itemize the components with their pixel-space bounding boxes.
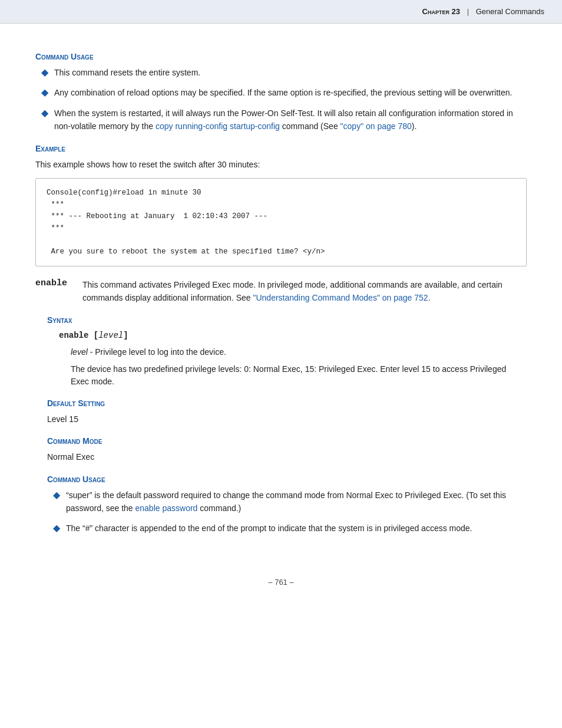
page-number: – 761 – <box>268 578 293 587</box>
copy-page-link[interactable]: "copy" on page 780 <box>340 121 412 131</box>
bullet-text: This command resets the entire system. <box>54 66 200 79</box>
enable-keyword: enable <box>35 278 82 288</box>
syntax-heading: Syntax <box>47 315 527 325</box>
command-mode-heading: Command Mode <box>47 436 527 446</box>
enable-details: Syntax enable [level] level - Privilege … <box>47 315 527 535</box>
enable-password-link[interactable]: enable password <box>135 503 198 513</box>
command-usage-heading: Command Usage <box>35 52 527 61</box>
example-heading: Example <box>35 144 527 153</box>
code-block: Console(config)#reload in minute 30 *** … <box>35 178 527 266</box>
list-item: ◆ Any combination of reload options may … <box>41 86 527 99</box>
command-usage-heading2: Command Usage <box>47 475 527 484</box>
list-item: ◆ When the system is restarted, it will … <box>41 107 527 133</box>
default-setting-heading: Default Setting <box>47 398 527 408</box>
bullet-diamond: ◆ <box>53 489 60 502</box>
param-level: level - Privilege level to log into the … <box>71 346 527 358</box>
syntax-block: enable [level] level - Privilege level t… <box>59 331 527 388</box>
list-item: ◆ The “#” character is appended to the e… <box>53 522 527 535</box>
example-intro: This example shows how to reset the swit… <box>35 158 527 171</box>
chapter-label: Chapter 23 | General Commands <box>422 7 544 16</box>
syntax-line: enable [level] <box>59 331 527 340</box>
enable-bullets: ◆ “super” is the default password requir… <box>53 489 527 535</box>
default-setting-value: Level 15 <box>47 413 527 426</box>
param-level-detail: The device has two predefined privilege … <box>71 363 527 388</box>
bullet-diamond: ◆ <box>41 86 48 99</box>
list-item: ◆ This command resets the entire system. <box>41 66 527 79</box>
enable-command-entry: enable This command activates Privileged… <box>35 278 527 305</box>
page-header: Chapter 23 | General Commands <box>0 0 562 24</box>
bullet-text-3: When the system is restarted, it will al… <box>54 107 527 133</box>
understanding-modes-link[interactable]: "Understanding Command Modes" on page 75… <box>253 293 428 302</box>
enable-description: This command activates Privileged Exec m… <box>82 278 527 305</box>
page-footer: – 761 – <box>0 566 562 592</box>
bullet-diamond: ◆ <box>53 522 60 535</box>
page-content: Command Usage ◆ This command resets the … <box>0 24 562 566</box>
bullet-text: Any combination of reload options may be… <box>54 86 512 99</box>
reload-bullets: ◆ This command resets the entire system.… <box>41 66 527 133</box>
enable-bullet-2: The “#” character is appended to the end… <box>66 522 472 535</box>
bullet-diamond: ◆ <box>41 66 48 79</box>
command-mode-value: Normal Exec <box>47 450 527 463</box>
bullet-diamond: ◆ <box>41 107 48 120</box>
list-item: ◆ “super” is the default password requir… <box>53 489 527 515</box>
copy-running-config-link[interactable]: copy running-config startup-config <box>156 121 280 131</box>
enable-bullet-1: “super” is the default password required… <box>66 489 527 515</box>
